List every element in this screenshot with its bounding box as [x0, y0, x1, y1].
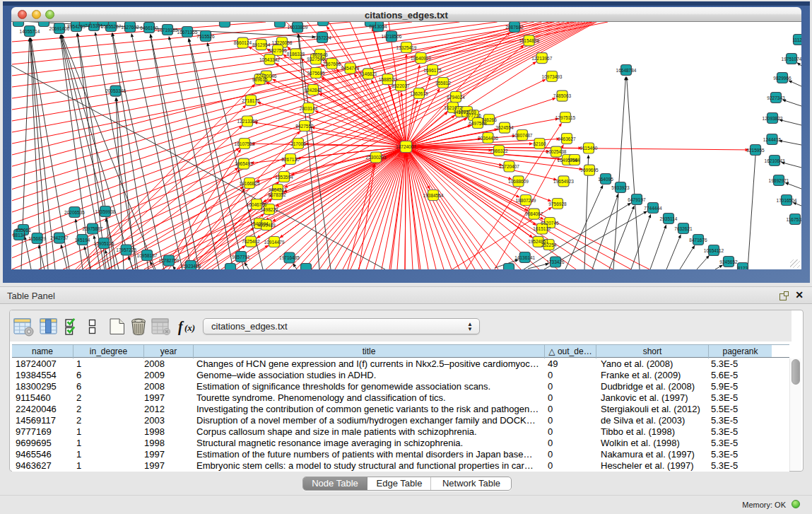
svg-text:18640910: 18640910	[411, 56, 431, 61]
svg-text:164095: 164095	[598, 177, 613, 182]
svg-text:2935114: 2935114	[660, 216, 678, 221]
svg-text:2803144: 2803144	[300, 106, 318, 111]
svg-text:2367608: 2367608	[323, 62, 341, 66]
svg-text:955812: 955812	[435, 81, 451, 86]
svg-text:9242848: 9242848	[304, 88, 322, 93]
svg-text:7357224: 7357224	[313, 35, 331, 40]
svg-text:8678352: 8678352	[268, 192, 286, 197]
svg-text:6120746: 6120746	[541, 221, 559, 226]
svg-text:9857791: 9857791	[232, 255, 250, 259]
svg-text:17359938: 17359938	[95, 209, 116, 214]
svg-text:3624554: 3624554	[495, 125, 514, 130]
svg-text:1244415: 1244415	[763, 137, 782, 142]
svg-text:9756928: 9756928	[548, 201, 567, 206]
svg-text:1527602: 1527602	[121, 25, 139, 30]
svg-text:13226058: 13226058	[272, 40, 293, 45]
svg-text:8454749: 8454749	[341, 66, 360, 71]
svg-text:9146821: 9146821	[359, 71, 377, 76]
svg-text:(x): (x)	[184, 322, 195, 333]
svg-text:10543342: 10543342	[259, 57, 280, 62]
svg-text:10973493: 10973493	[542, 74, 563, 79]
svg-text:10914479: 10914479	[264, 240, 285, 245]
svg-text:9644: 9644	[570, 158, 580, 163]
svg-text:9227343: 9227343	[767, 95, 785, 100]
svg-text:12093822: 12093822	[763, 116, 783, 121]
svg-text:23975887: 23975887	[83, 226, 103, 231]
svg-text:14136141: 14136141	[514, 255, 535, 260]
svg-text:7744444: 7744444	[644, 206, 662, 211]
svg-text:1156829: 1156829	[28, 236, 46, 241]
svg-text:16107552: 16107552	[235, 141, 255, 146]
svg-text:19166825: 19166825	[240, 181, 260, 186]
svg-text:217006: 217006	[290, 141, 306, 146]
svg-text:6466160: 6466160	[140, 25, 158, 30]
svg-text:3675685: 3675685	[307, 71, 325, 76]
svg-text:252254: 252254	[541, 243, 557, 247]
svg-text:19218506: 19218506	[382, 34, 402, 39]
svg-text:6794024: 6794024	[447, 95, 465, 100]
svg-text:6497568: 6497568	[469, 121, 487, 126]
svg-text:20364436: 20364436	[478, 136, 498, 141]
svg-text:9463627: 9463627	[558, 136, 576, 141]
svg-text:17957225: 17957225	[116, 247, 136, 252]
svg-text:12975115: 12975115	[555, 115, 576, 120]
svg-text:15720407: 15720407	[499, 164, 519, 169]
svg-text:19751074: 19751074	[782, 57, 801, 62]
svg-text:f: f	[178, 319, 184, 335]
svg-text:10958187: 10958187	[137, 253, 158, 258]
svg-text:1588520: 1588520	[379, 77, 397, 82]
svg-text:1362615: 1362615	[410, 91, 428, 96]
svg-text:8215955: 8215955	[746, 148, 765, 153]
svg-text:19892971: 19892971	[769, 178, 789, 183]
svg-text:1615132: 1615132	[533, 226, 551, 231]
svg-text:88134: 88134	[13, 233, 25, 238]
svg-text:10046786: 10046786	[247, 202, 267, 207]
svg-text:10654112: 10654112	[704, 248, 724, 253]
svg-text:10655267: 10655267	[101, 24, 122, 29]
svg-text:4099489: 4099489	[257, 223, 276, 228]
svg-text:16033809: 16033809	[288, 25, 308, 30]
svg-text:19654923: 19654923	[553, 179, 574, 184]
svg-text:16154838: 16154838	[519, 38, 539, 43]
svg-text:17016504: 17016504	[777, 198, 797, 203]
svg-text:6479197: 6479197	[628, 197, 646, 202]
svg-text:3498222: 3498222	[260, 207, 278, 212]
svg-text:10807487: 10807487	[512, 133, 533, 138]
svg-text:7625402: 7625402	[242, 239, 260, 244]
svg-text:8912954: 8912954	[252, 42, 271, 47]
svg-text:13325419: 13325419	[396, 45, 417, 50]
svg-text:7515526: 7515526	[196, 34, 215, 39]
svg-text:1353594: 1353594	[275, 175, 293, 180]
svg-text:19384554: 19384554	[423, 193, 444, 198]
svg-text:8660124: 8660124	[234, 40, 252, 45]
svg-text:1965493: 1965493	[235, 161, 253, 166]
svg-text:145194: 145194	[75, 238, 90, 243]
svg-text:20053346: 20053346	[105, 88, 126, 93]
svg-text:2087682: 2087682	[505, 25, 524, 30]
svg-text:20206535: 20206535	[64, 210, 85, 215]
svg-text:8322037: 8322037	[392, 83, 410, 88]
svg-text:12905135: 12905135	[94, 241, 114, 246]
svg-text:9115460: 9115460	[580, 146, 598, 151]
svg-text:5933923: 5933923	[611, 185, 630, 190]
svg-text:8471676: 8471676	[689, 238, 707, 243]
svg-text:62160: 62160	[533, 141, 546, 146]
svg-text:10719185: 10719185	[158, 28, 178, 33]
svg-text:14055714: 14055714	[20, 29, 40, 34]
svg-text:1733426: 1733426	[546, 259, 565, 264]
svg-text:8427552: 8427552	[295, 124, 314, 129]
svg-text:2718176: 2718176	[242, 98, 260, 103]
svg-text:9829966: 9829966	[773, 76, 792, 81]
svg-text:16648784: 16648784	[616, 68, 637, 73]
svg-text:19716485: 19716485	[279, 255, 300, 260]
svg-text:16671355: 16671355	[177, 30, 198, 35]
svg-text:1167533: 1167533	[787, 217, 801, 222]
svg-text:16782759: 16782759	[159, 258, 180, 263]
svg-text:9464213: 9464213	[269, 187, 287, 192]
svg-text:9245652: 9245652	[719, 259, 738, 264]
svg-text:9827505: 9827505	[269, 48, 287, 53]
svg-text:8267130: 8267130	[281, 157, 300, 162]
svg-text:7986322: 7986322	[490, 148, 508, 153]
svg-text:8954269: 8954269	[67, 24, 86, 29]
svg-text:11124: 11124	[792, 37, 801, 42]
